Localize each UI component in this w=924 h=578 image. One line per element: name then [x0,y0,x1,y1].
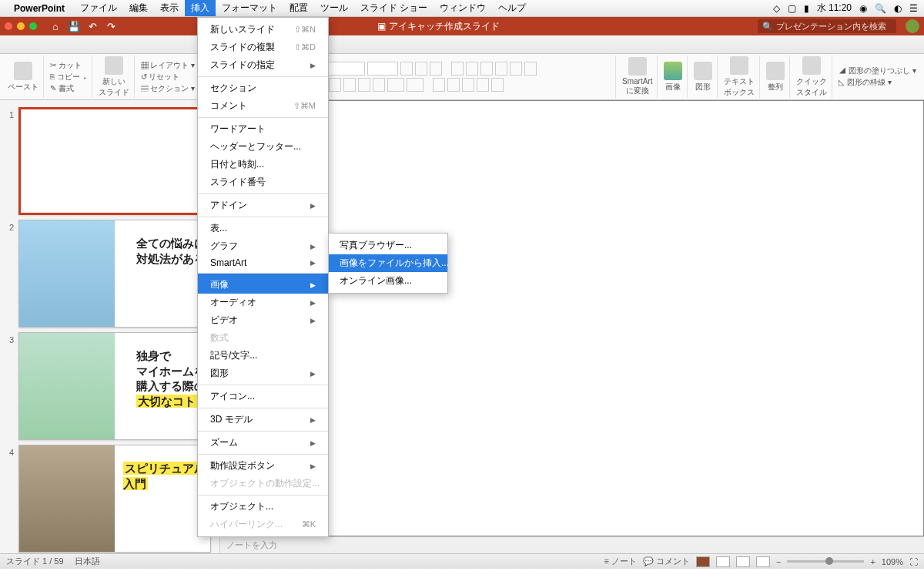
font-color-button[interactable] [387,78,404,92]
menu-item[interactable]: 動作設定ボタン▶ [198,454,328,475]
thumbnail-row[interactable]: 4 スピリチュアル 入門 [0,442,219,553]
sorter-view-button[interactable] [716,556,730,567]
language-indicator[interactable]: 日本語 [75,556,100,567]
slide-thumbnail-1[interactable] [18,107,211,215]
save-icon[interactable]: 💾 [66,19,82,33]
menu-item[interactable]: ビデオ▶ [198,311,328,329]
menu-window[interactable]: ウィンドウ [434,0,492,16]
shape-fill-button[interactable]: ◢ 図形の塗りつぶし ▾ [839,66,916,76]
app-name[interactable]: PowerPoint [14,3,65,14]
align-center-button[interactable] [447,78,460,92]
format-painter-button[interactable]: ✎ 書式 [50,83,87,94]
siri-icon[interactable]: ◉ [859,3,867,14]
zoom-percent[interactable]: 109% [882,557,903,566]
submenu-item[interactable]: 写真ブラウザー... [329,237,447,254]
menu-item[interactable]: 表... [198,217,328,237]
menu-item[interactable]: オブジェクト... [198,495,328,516]
search-field[interactable]: 🔍 プレゼンテーション内を検索 [758,19,896,33]
textbox-group[interactable]: テキスト ボックス [719,55,760,98]
close-window-button[interactable] [5,22,12,30]
submenu-item[interactable]: オンライン画像... [329,272,447,290]
menu-arrange[interactable]: 配置 [283,0,314,16]
arrange-group[interactable]: 整列 [762,55,790,98]
menu-format[interactable]: フォーマット [216,0,283,16]
zoom-window-button[interactable] [29,22,37,30]
shapes-group[interactable]: 図形 [689,55,718,98]
indent-right-button[interactable] [495,62,507,76]
undo-icon[interactable]: ↶ [85,19,100,33]
menu-item[interactable]: スライド番号 [198,173,328,191]
align-left-button[interactable] [433,78,445,92]
spotlight-icon[interactable]: 🔍 [875,3,886,14]
menu-item[interactable]: 記号/文字... [198,347,328,365]
thumbnail-row[interactable]: 3 独身で マイホームを 購入する際の大切なコト [0,330,219,442]
section-button[interactable]: ▤ セクション ▾ [141,83,196,94]
submenu-item[interactable]: 画像をファイルから挿入... [329,254,447,272]
redo-icon[interactable]: ↷ [103,19,119,33]
columns-button[interactable] [491,78,504,92]
paste-icon[interactable] [14,62,32,80]
align-justify-button[interactable] [477,78,489,92]
battery-icon[interactable]: ▮ [804,3,809,14]
menu-item[interactable]: ヘッダーとフッター... [198,138,328,156]
menu-item[interactable]: SmartArt▶ [198,255,328,271]
menu-item[interactable]: アドイン▶ [198,193,328,214]
menu-item[interactable]: グラフ▶ [198,237,328,255]
slide-thumbnail-3[interactable]: 独身で マイホームを 購入する際の大切なコト [18,332,211,440]
wifi-icon[interactable]: ◇ [773,3,780,14]
reading-view-button[interactable] [736,556,750,567]
align-right-button[interactable] [462,78,474,92]
shadow-button[interactable] [373,78,385,92]
menu-item[interactable]: アイコン... [198,385,328,405]
smartart-group[interactable]: SmartArt に変換 [618,55,658,98]
menu-file[interactable]: ファイル [74,0,123,16]
font-size-select[interactable] [367,62,398,76]
account-avatar[interactable] [906,19,919,33]
menu-item[interactable]: オーディオ▶ [198,294,328,311]
layout-button[interactable]: ▦ レイアウト ▾ [141,60,196,71]
menu-help[interactable]: ヘルプ [492,0,532,16]
decrease-font-button[interactable] [415,62,427,76]
increase-font-button[interactable] [400,62,413,76]
line-spacing-button[interactable] [510,62,522,76]
menu-item[interactable]: ズーム▶ [198,431,328,452]
strike-button[interactable] [358,78,370,92]
menu-item[interactable]: スライドの複製⇧⌘D [198,39,328,56]
menu-tools[interactable]: ツール [314,0,354,16]
text-direction-button[interactable] [524,62,537,76]
menu-item[interactable]: 新しいスライド⇧⌘N [198,21,328,39]
zoom-slider[interactable] [787,560,864,563]
zoom-in-button[interactable]: + [870,557,875,566]
zoom-out-button[interactable]: − [776,557,781,566]
picture-group[interactable]: 画像 [659,55,688,98]
list-icon[interactable]: ☰ [909,3,918,14]
reset-button[interactable]: ↺ リセット [141,72,196,82]
menu-item[interactable]: 図形▶ [198,365,328,382]
menu-insert[interactable]: 挿入 [185,0,216,16]
minimize-window-button[interactable] [17,22,25,30]
slideshow-view-button[interactable] [756,556,770,567]
normal-view-button[interactable] [696,556,710,567]
new-slide-icon[interactable] [105,56,123,75]
numbering-button[interactable] [466,62,478,76]
bullets-button[interactable] [451,62,464,76]
thumbnail-row[interactable]: 1 [0,105,219,217]
menu-view[interactable]: 表示 [154,0,185,16]
cut-button[interactable]: ✂ カット [50,60,87,71]
underline-button[interactable] [343,78,356,92]
menu-item[interactable]: セクション [198,76,328,97]
control-center-icon[interactable]: ▢ [788,3,796,14]
user-icon[interactable]: ◐ [894,3,902,14]
home-icon[interactable]: ⌂ [48,19,63,33]
indent-left-button[interactable] [480,62,493,76]
menu-item[interactable]: ワードアート [198,117,328,138]
menu-item[interactable]: 3D モデル▶ [198,408,328,428]
notes-toggle[interactable]: ≡ ノート [604,556,636,567]
shape-outline-button[interactable]: ◺ 図形の枠線 ▾ [839,77,916,88]
slide-thumbnail-4[interactable]: スピリチュアル 入門 [18,445,211,553]
menu-edit[interactable]: 編集 [123,0,154,16]
fit-window-button[interactable]: ⛶ [909,557,918,566]
clock[interactable]: 水 11:20 [817,2,852,15]
comments-toggle[interactable]: 💬 コメント [643,556,690,567]
slide-thumbnail-2[interactable]: 全ての悩みに 対処法がある [18,220,211,328]
